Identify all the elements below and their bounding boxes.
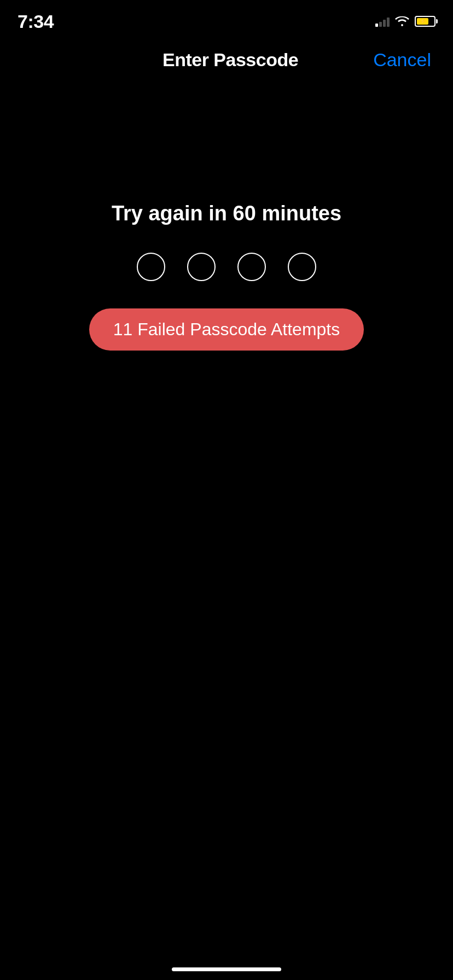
status-icons: ⚡: [375, 16, 435, 27]
wifi-icon: [395, 16, 409, 27]
passcode-dot-4: [288, 253, 316, 281]
passcode-dot-3: [237, 253, 266, 281]
signal-bar-1: [375, 24, 378, 27]
charging-bolt-icon: ⚡: [420, 19, 426, 24]
status-time: 7:34: [18, 11, 54, 32]
main-content: Try again in 60 minutes 11 Failed Passco…: [0, 202, 453, 351]
page-title: Enter Passcode: [162, 49, 298, 71]
cancel-button[interactable]: Cancel: [373, 49, 431, 71]
signal-bar-4: [387, 18, 390, 27]
passcode-dot-2: [187, 253, 216, 281]
home-indicator[interactable]: [172, 967, 281, 971]
failed-attempts-text: 11 Failed Passcode Attempts: [113, 319, 340, 340]
try-again-message: Try again in 60 minutes: [112, 202, 341, 225]
signal-bar-3: [383, 20, 386, 27]
signal-icon: [375, 16, 390, 27]
failed-attempts-badge: 11 Failed Passcode Attempts: [89, 308, 364, 351]
nav-bar: Enter Passcode Cancel: [0, 38, 453, 81]
passcode-input: [137, 253, 316, 281]
signal-bar-2: [379, 22, 382, 27]
battery-icon: ⚡: [415, 16, 435, 27]
status-bar: 7:34 ⚡: [0, 0, 453, 33]
passcode-dot-1: [137, 253, 165, 281]
